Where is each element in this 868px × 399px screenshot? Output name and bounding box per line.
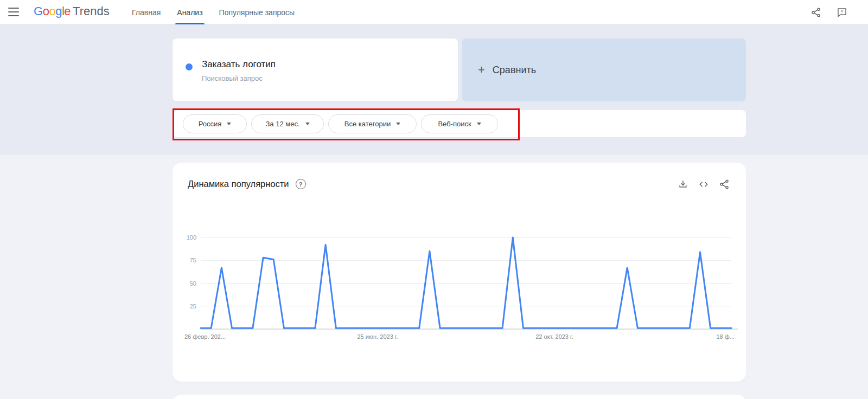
search-term-card[interactable]: Заказать логотип Поисковый запрос	[173, 38, 458, 101]
filter-category-label: Все категории	[344, 120, 391, 128]
related-card-partial	[173, 395, 746, 399]
filter-search-type[interactable]: Веб-поиск	[421, 114, 498, 133]
svg-text:50: 50	[190, 280, 196, 287]
embed-icon[interactable]	[698, 179, 709, 190]
chart-toolbar	[678, 179, 730, 190]
nav-home[interactable]: Главная	[132, 0, 161, 24]
chevron-down-icon	[227, 123, 231, 125]
term-color-dot	[186, 63, 193, 70]
main-nav: Главная Анализ Популярные запросы	[132, 0, 295, 24]
logo-letter: o	[49, 4, 55, 18]
chevron-down-icon	[305, 123, 310, 125]
filter-region[interactable]: Россия	[183, 114, 247, 133]
chart-title: Динамика популярности	[188, 179, 289, 189]
logo-product-name: Trends	[73, 4, 110, 18]
filter-category[interactable]: Все категории	[328, 114, 417, 133]
download-icon[interactable]	[678, 179, 688, 190]
chevron-down-icon	[396, 123, 400, 125]
nav-explore[interactable]: Анализ	[177, 0, 202, 24]
svg-text:25 июн. 2023 г.: 25 июн. 2023 г.	[357, 333, 398, 340]
share-icon[interactable]	[719, 179, 730, 190]
filter-time-label: За 12 мес.	[265, 120, 299, 128]
term-type-label: Поисковый запрос	[202, 74, 263, 82]
svg-text:25: 25	[190, 303, 196, 310]
compare-card[interactable]: + Сравнить	[462, 38, 746, 101]
chevron-down-icon	[477, 123, 481, 125]
help-icon[interactable]: ?	[296, 179, 306, 189]
filter-region-label: Россия	[199, 120, 222, 128]
feedback-icon[interactable]	[837, 7, 847, 18]
chart-header: Динамика популярности ?	[188, 179, 306, 189]
svg-text:22 окт. 2023 г.: 22 окт. 2023 г.	[535, 333, 573, 340]
filter-search-type-label: Веб-поиск	[438, 120, 471, 128]
logo-letter: o	[43, 4, 49, 18]
header-actions	[810, 0, 847, 24]
nav-trending[interactable]: Популярные запросы	[219, 0, 295, 24]
logo-letter: e	[64, 4, 71, 18]
compare-label: Сравнить	[493, 65, 536, 76]
filter-bar: Россия За 12 мес. Все категории Веб-поис…	[173, 110, 746, 137]
logo-letter: G	[34, 4, 43, 18]
menu-icon[interactable]	[8, 8, 19, 16]
filter-time-range[interactable]: За 12 мес.	[251, 114, 324, 133]
google-trends-logo[interactable]: Google Trends	[34, 4, 110, 18]
svg-text:100: 100	[187, 234, 196, 241]
share-icon[interactable]	[810, 7, 821, 18]
svg-text:18 ф...: 18 ф...	[716, 333, 735, 340]
trend-line-chart[interactable]: 25507510026 февр. 202...25 июн. 2023 г.2…	[173, 225, 746, 355]
svg-text:75: 75	[190, 257, 196, 263]
app-header: Google Trends Главная Анализ Популярные …	[0, 0, 868, 24]
logo-letter: g	[55, 4, 62, 18]
plus-icon: +	[478, 63, 485, 77]
term-title: Заказать логотип	[202, 59, 276, 70]
trend-chart-card: Динамика популярности ? 25507510026 февр…	[173, 163, 746, 382]
svg-text:26 февр. 202...: 26 февр. 202...	[184, 333, 226, 340]
